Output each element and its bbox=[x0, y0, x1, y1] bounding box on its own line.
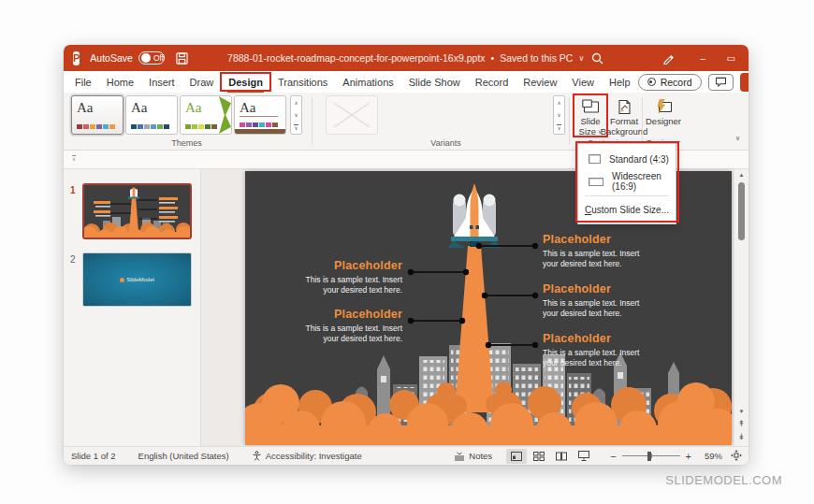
theme-color-swatches bbox=[185, 124, 217, 129]
placeholder-left-2[interactable]: Placeholder This is a sample text. Inser… bbox=[281, 309, 402, 343]
record-button[interactable]: Record bbox=[638, 74, 702, 91]
normal-view-button[interactable] bbox=[506, 449, 527, 464]
placeholder-right-3[interactable]: Placeholder This is a sample text. Inser… bbox=[543, 333, 670, 367]
slide-1-thumbnail-art bbox=[84, 185, 190, 238]
tab-draw[interactable]: Draw bbox=[182, 71, 222, 93]
tab-actions: Record Share ∨ bbox=[638, 73, 749, 92]
slide-2-thumbnail[interactable]: SlideModel bbox=[82, 252, 192, 307]
tab-slide-show[interactable]: Slide Show bbox=[401, 71, 468, 93]
gallery-up-icon[interactable]: ∧ bbox=[554, 96, 564, 108]
theme-office[interactable]: Aa bbox=[71, 95, 124, 135]
variants-gallery-arrows: ∧ ∨ ∨ bbox=[553, 95, 565, 135]
slide-counter: Slide 1 of 2 bbox=[71, 451, 116, 461]
statusbar-right: Notes bbox=[454, 449, 749, 464]
scrollbar-thumb[interactable] bbox=[738, 182, 745, 240]
document-title[interactable]: 7888-01-rocket-roadmap-concept-for-power… bbox=[227, 52, 584, 64]
gallery-down-icon[interactable]: ∨ bbox=[291, 108, 301, 121]
collapse-ribbon-icon[interactable]: ∨ bbox=[735, 135, 740, 142]
save-icon[interactable] bbox=[176, 52, 188, 65]
minimize-button[interactable]: – bbox=[689, 45, 717, 71]
tab-view[interactable]: View bbox=[564, 71, 602, 93]
slide-size-icon bbox=[582, 96, 600, 117]
previous-slide-icon[interactable]: ↟ bbox=[734, 419, 749, 428]
theme-4[interactable]: Aa bbox=[234, 95, 286, 135]
zoom-in-button[interactable]: + bbox=[686, 452, 691, 461]
tab-review[interactable]: Review bbox=[516, 71, 564, 93]
theme-3[interactable]: Aa bbox=[180, 95, 232, 135]
view-switcher bbox=[506, 449, 594, 464]
tab-help[interactable]: Help bbox=[602, 71, 638, 93]
tab-insert[interactable]: Insert bbox=[141, 71, 182, 93]
zoom-percentage[interactable]: 59% bbox=[700, 451, 722, 461]
accessibility-status[interactable]: Accessibility: Investigate bbox=[252, 451, 362, 461]
zoom-slider-thumb[interactable] bbox=[647, 452, 651, 461]
status-bar: Slide 1 of 2 English (United States) Acc… bbox=[64, 446, 749, 465]
share-button[interactable]: Share ∨ bbox=[740, 73, 749, 92]
scroll-up-icon[interactable]: ▲ bbox=[734, 172, 749, 178]
search-icon[interactable] bbox=[584, 45, 610, 71]
theme-accent-rule bbox=[240, 116, 278, 117]
placeholder-right-1[interactable]: Placeholder This is a sample text. Inser… bbox=[543, 234, 670, 268]
autosave-label: AutoSave bbox=[90, 52, 133, 64]
comments-button[interactable] bbox=[708, 74, 734, 91]
zoom-slider[interactable] bbox=[622, 455, 680, 456]
record-dot-icon bbox=[647, 78, 656, 86]
group-separator bbox=[569, 97, 570, 145]
slide-sorter-view-button[interactable] bbox=[529, 449, 549, 464]
slide-1-number: 1 bbox=[70, 185, 76, 195]
theme-color-swatches bbox=[131, 124, 169, 129]
themes-gallery-arrows: ∧ ∨ ∨ bbox=[290, 95, 302, 135]
menu-item-standard[interactable]: Standard (4:3) bbox=[578, 148, 676, 170]
rocket-trail bbox=[455, 246, 494, 412]
placeholder-right-2[interactable]: Placeholder This is a sample text. Inser… bbox=[543, 283, 670, 318]
maximize-button[interactable]: ▭ bbox=[717, 45, 745, 71]
gallery-more-icon[interactable]: ∨ bbox=[554, 122, 564, 134]
tab-animations[interactable]: Animations bbox=[335, 71, 400, 93]
slide-size-menu: Standard (4:3) Widescreen (16:9) Custom … bbox=[577, 143, 676, 224]
vertical-scrollbar[interactable]: ▲ ▼ ↟ ↡ bbox=[734, 169, 749, 446]
tab-design[interactable]: Design bbox=[221, 71, 270, 93]
notes-button[interactable]: Notes bbox=[454, 451, 492, 461]
tab-file[interactable]: File bbox=[67, 71, 99, 93]
zoom-out-button[interactable]: − bbox=[610, 452, 616, 461]
widescreen-ratio-icon bbox=[589, 178, 603, 186]
gallery-down-icon[interactable]: ∨ bbox=[554, 108, 564, 121]
titlebar: P AutoSave Off 7888-01-rocket-roadmap-co… bbox=[64, 45, 749, 71]
close-button[interactable]: ✕ bbox=[745, 45, 749, 71]
themes-group-label: Themes bbox=[71, 138, 302, 148]
language-status[interactable]: English (United States) bbox=[138, 451, 229, 461]
slide-2-number: 2 bbox=[70, 254, 76, 265]
theme-accent-shape bbox=[219, 96, 231, 134]
watermark: SLIDEMODEL.COM bbox=[665, 473, 782, 487]
standard-ratio-icon bbox=[589, 154, 601, 164]
powerpoint-window: P AutoSave Off 7888-01-rocket-roadmap-co… bbox=[64, 45, 749, 465]
theme-2[interactable]: Aa bbox=[125, 95, 178, 135]
zoom-controls: − + bbox=[610, 452, 691, 461]
fit-slide-to-window-button[interactable] bbox=[731, 450, 742, 463]
designer-icon bbox=[655, 96, 673, 117]
next-slide-icon[interactable]: ↡ bbox=[734, 432, 749, 441]
autosave-state: Off bbox=[153, 53, 164, 63]
variants-gallery bbox=[326, 95, 378, 135]
gallery-more-icon[interactable]: ∨ bbox=[291, 122, 301, 134]
theme-accent-bar bbox=[235, 129, 285, 134]
pen-icon[interactable] bbox=[655, 45, 681, 71]
tab-record[interactable]: Record bbox=[468, 71, 516, 93]
tab-home[interactable]: Home bbox=[99, 71, 141, 93]
slide-show-view-button[interactable] bbox=[574, 449, 594, 464]
menu-item-widescreen[interactable]: Widescreen (16:9) bbox=[578, 170, 676, 193]
group-separator bbox=[312, 97, 313, 145]
placeholder-left-1[interactable]: Placeholder This is a sample text. Inser… bbox=[281, 260, 402, 295]
slide-1-thumbnail[interactable] bbox=[82, 183, 192, 239]
tab-transitions[interactable]: Transitions bbox=[270, 71, 335, 93]
rocket-shuttle bbox=[447, 183, 501, 248]
variant-current[interactable] bbox=[326, 95, 378, 135]
collapse-panel-icon[interactable]: ∨ bbox=[72, 155, 76, 162]
menu-item-custom-slide-size[interactable]: Custom Slide Size... bbox=[578, 199, 676, 220]
logo-dot-icon bbox=[120, 278, 124, 282]
titlebar-controls: – ▭ ✕ bbox=[584, 45, 749, 71]
reading-view-button[interactable] bbox=[551, 449, 572, 464]
scroll-down-icon[interactable]: ▼ bbox=[734, 409, 749, 414]
gallery-up-icon[interactable]: ∧ bbox=[291, 96, 301, 108]
autosave-toggle[interactable]: Off bbox=[138, 51, 165, 65]
